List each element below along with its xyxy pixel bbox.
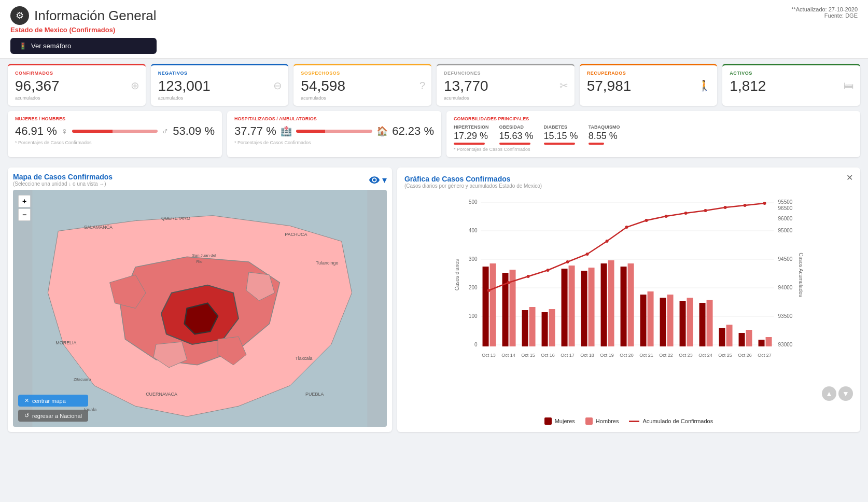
map-container[interactable]: SALAMANCA QUERÉTARO San Juan del Rio PAC…: [13, 190, 387, 427]
stat-defunciones-label: DEFUNCIONES: [444, 71, 567, 76]
female-icon: ♀: [61, 126, 68, 137]
stat-activos: ACTIVOS 1,812 🛏: [722, 64, 860, 106]
comorbilidades-label: COMORBILIDADES PRINCIPALES: [454, 116, 853, 121]
svg-point-87: [625, 226, 628, 229]
svg-point-81: [507, 281, 510, 284]
svg-point-93: [743, 204, 746, 207]
comorbilidades-grid: HIPERTENSION 17.29 % OBESIDAD 15.63 % DI…: [454, 124, 853, 145]
header-title: ⚙ Información General: [10, 6, 157, 25]
header-subtitle: Estado de Mexico (Confirmados): [10, 26, 157, 34]
comorbilidades-card: COMORBILIDADES PRINCIPALES HIPERTENSION …: [446, 111, 860, 157]
svg-text:95500: 95500: [778, 199, 792, 205]
svg-rect-35: [482, 267, 488, 346]
hospitalized-card: HOSPITALIZADOS / AMBULATORIOS 37.77 % 🏥 …: [227, 111, 441, 157]
map-eye-button[interactable]: ▾: [369, 174, 387, 186]
chart-close-button[interactable]: ✕: [846, 173, 853, 183]
semaforo-icon: 🚦: [19, 42, 27, 50]
semaforo-button[interactable]: 🚦 Ver semáforo: [10, 38, 157, 54]
svg-rect-48: [608, 260, 614, 346]
scroll-down-button[interactable]: ▼: [838, 386, 853, 401]
chart-svg: 0 100 200 300 400 500 93000 93500 94000 …: [404, 192, 853, 389]
svg-rect-41: [541, 312, 548, 346]
hosp-note: * Porcentajes de Casos Confirmados: [234, 140, 434, 145]
svg-rect-47: [600, 263, 607, 346]
svg-text:Oct 17: Oct 17: [561, 353, 575, 358]
gender-label: MUJERES / HOMBRES: [15, 116, 215, 121]
zoom-in-button[interactable]: +: [18, 195, 31, 207]
stat-negativos-label: NEGATIVOS: [158, 71, 282, 76]
svg-rect-39: [522, 310, 528, 346]
app-icon: ⚙: [10, 6, 29, 25]
svg-point-92: [723, 206, 726, 209]
stat-negativos-value: 123,001: [158, 78, 282, 94]
hospitalized-row: 37.77 % 🏥 🏠 62.23 %: [234, 124, 434, 138]
svg-text:96000: 96000: [778, 216, 792, 221]
svg-text:Oct 18: Oct 18: [580, 353, 594, 358]
page-title: Información General: [34, 8, 157, 24]
svg-rect-46: [588, 268, 594, 346]
svg-text:Oct 20: Oct 20: [620, 353, 634, 358]
chart-panel: Gráfica de Casos Confirmados (Casos diar…: [397, 168, 860, 432]
comor-obesidad-bar: [499, 143, 530, 145]
svg-point-82: [526, 275, 529, 278]
legend-mujeres-label: Mujeres: [555, 418, 575, 424]
comor-note: * Porcentajes de Casos Confirmados: [454, 147, 853, 152]
map-subtitle: (Seleccione una unidad ↓ o una vista →): [13, 181, 113, 187]
svg-text:Oct 23: Oct 23: [679, 353, 693, 358]
updated-text: **Actualizado: 27-10-2020: [791, 6, 858, 12]
chart-legend: Mujeres Hombres Acumulado de Confirmados: [404, 417, 853, 425]
svg-rect-52: [647, 291, 653, 346]
legend-acumulado-label: Acumulado de Confirmados: [642, 418, 713, 424]
hospitalized-label: HOSPITALIZADOS / AMBULATORIOS: [234, 116, 434, 121]
comor-hipertension: HIPERTENSION 17.29 %: [454, 124, 489, 145]
stat-confirmados-icon: ⊕: [131, 79, 139, 92]
legend-hombres-label: Hombres: [596, 418, 619, 424]
chart-area: 0 100 200 300 400 500 93000 93500 94000 …: [404, 192, 853, 413]
map-title: Mapa de Casos Confirmados: [13, 173, 113, 181]
svg-text:Casos diarios: Casos diarios: [454, 259, 459, 291]
national-button[interactable]: ↺ regresar a Nacional: [18, 410, 88, 422]
svg-rect-63: [758, 340, 764, 346]
svg-text:Oct 13: Oct 13: [482, 353, 496, 358]
stat-sospechosos: SOSPECHOSOS 54,598 acumulados ?: [293, 64, 431, 106]
map-header-text: Mapa de Casos Confirmados (Seleccione un…: [13, 173, 113, 187]
secondary-row: MUJERES / HOMBRES 46.91 % ♀ ♂ 53.09 % * …: [0, 111, 868, 162]
header-left: ⚙ Información General Estado de Mexico (…: [10, 6, 157, 54]
svg-text:0: 0: [474, 342, 478, 347]
svg-text:MORELIA: MORELIA: [55, 340, 76, 345]
svg-text:Oct 25: Oct 25: [718, 353, 732, 358]
comor-tabaquismo-bar: [589, 143, 604, 145]
svg-rect-54: [667, 295, 673, 346]
svg-text:93000: 93000: [778, 342, 792, 347]
stat-recuperados: RECUPERADOS 57,981 🚶: [580, 64, 718, 106]
svg-rect-58: [706, 300, 712, 346]
center-map-button[interactable]: ✕ centrar mapa: [18, 395, 88, 407]
comor-obesidad-name: OBESIDAD: [499, 124, 534, 130]
legend-mujeres-box: [544, 417, 552, 425]
female-pct: 46.91 %: [15, 124, 57, 138]
svg-text:QUERÉTARO: QUERÉTARO: [161, 216, 190, 221]
svg-rect-43: [561, 269, 567, 346]
svg-text:Oct 14: Oct 14: [501, 353, 515, 358]
stat-sospechosos-label: SOSPECHOSOS: [301, 71, 424, 76]
map-panel-header: Mapa de Casos Confirmados (Seleccione un…: [13, 173, 387, 187]
legend-acumulado: Acumulado de Confirmados: [629, 417, 713, 425]
comor-diabetes-val: 15.15 %: [544, 131, 578, 142]
svg-text:400: 400: [469, 228, 478, 233]
comor-tabaquismo-val: 8.55 %: [589, 131, 620, 142]
zoom-out-button[interactable]: −: [18, 208, 31, 221]
hospital-icon: 🏥: [281, 126, 292, 137]
svg-text:San Juan del: San Juan del: [192, 253, 217, 258]
refresh-icon: ↺: [24, 412, 29, 419]
stat-activos-icon: 🛏: [844, 80, 854, 92]
svg-rect-51: [640, 295, 646, 346]
svg-text:PUEBLA: PUEBLA: [305, 392, 324, 397]
chart-header-text: Gráfica de Casos Confirmados (Casos diar…: [404, 175, 542, 189]
chart-panel-header: Gráfica de Casos Confirmados (Casos diar…: [404, 175, 853, 189]
scroll-up-button[interactable]: ▲: [822, 386, 836, 401]
svg-text:Oct 26: Oct 26: [738, 353, 752, 358]
svg-point-83: [546, 269, 549, 272]
gender-bar: [72, 130, 158, 133]
chart-title: Gráfica de Casos Confirmados: [404, 175, 542, 183]
svg-point-89: [664, 215, 667, 218]
